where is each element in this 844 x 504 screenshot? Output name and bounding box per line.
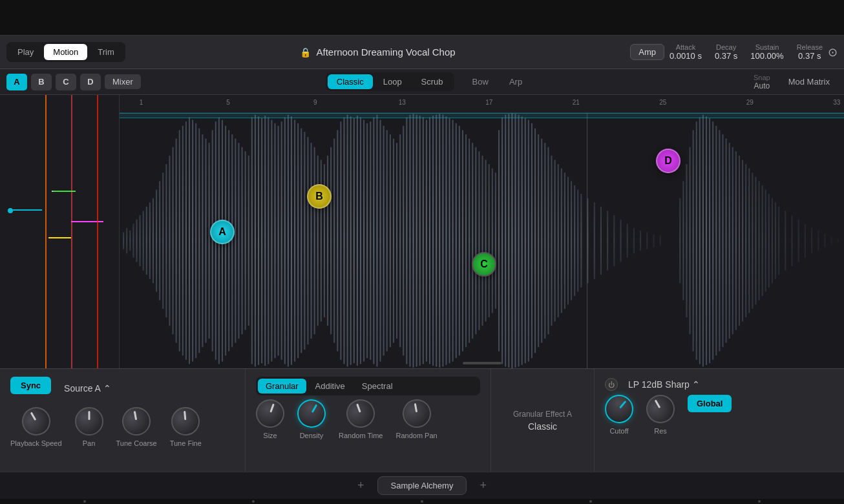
ruler-9: 9	[313, 99, 317, 106]
marker-c[interactable]: C	[472, 252, 496, 277]
svg-rect-129	[544, 143, 545, 339]
svg-rect-95	[432, 116, 434, 366]
zone-c-button[interactable]: C	[56, 74, 76, 90]
play-tab[interactable]: Play	[8, 44, 43, 60]
resize-handle-1[interactable]	[83, 500, 86, 503]
add-right-button[interactable]: +	[480, 479, 487, 492]
scrub-tab[interactable]: Scrub	[412, 74, 452, 89]
resize-handle-4[interactable]	[589, 500, 592, 503]
resize-handle-3[interactable]	[421, 500, 423, 503]
tune-coarse-label: Tune Coarse	[116, 439, 157, 447]
random-time-knob[interactable]	[343, 395, 379, 432]
svg-rect-183	[778, 207, 779, 275]
effect-section: Granular Effect A Classic	[491, 369, 595, 472]
svg-rect-36	[238, 143, 239, 339]
density-group: Density	[297, 399, 326, 439]
svg-rect-182	[775, 202, 776, 279]
svg-rect-172	[742, 160, 743, 321]
svg-rect-81	[386, 130, 388, 351]
svg-rect-71	[353, 118, 355, 363]
svg-rect-139	[577, 190, 578, 292]
mixer-button[interactable]: Mixer	[105, 74, 141, 89]
svg-rect-9	[149, 202, 151, 279]
snap-area[interactable]: Snap Auto	[754, 74, 770, 90]
svg-rect-84	[396, 143, 397, 339]
svg-rect-118	[508, 114, 509, 367]
svg-rect-42	[258, 116, 259, 364]
svg-rect-142	[594, 202, 595, 279]
svg-rect-83	[393, 139, 394, 343]
cutoff-knob[interactable]	[599, 389, 639, 429]
waveform-display[interactable]: A B C D	[120, 113, 844, 368]
add-left-button[interactable]: +	[357, 479, 364, 492]
loop-tab[interactable]: Loop	[374, 74, 411, 89]
svg-rect-131	[551, 156, 553, 326]
ruler-5: 5	[226, 99, 230, 106]
zone-a-button[interactable]: A	[6, 74, 27, 90]
additive-tab[interactable]: Additive	[308, 379, 353, 394]
trim-tab[interactable]: Trim	[89, 44, 123, 60]
svg-rect-94	[429, 118, 430, 364]
zone-b-button[interactable]: B	[31, 74, 52, 90]
res-knob[interactable]	[641, 390, 680, 428]
filter-power-button[interactable]: ⏻	[605, 378, 618, 391]
filter-type-selector[interactable]: LP 12dB Sharp ⌃	[623, 377, 705, 392]
motion-tab[interactable]: Motion	[44, 44, 87, 60]
classic-tab[interactable]: Classic	[328, 74, 373, 89]
svg-rect-8	[146, 207, 147, 275]
source-label: Source A	[64, 383, 101, 394]
arp-button[interactable]: Arp	[500, 74, 531, 89]
spectral-tab[interactable]: Spectral	[354, 379, 401, 394]
cyan-line	[13, 209, 42, 211]
svg-rect-104	[462, 130, 463, 351]
svg-rect-151	[653, 234, 654, 247]
svg-rect-90	[416, 115, 417, 367]
more-button[interactable]: ⊙	[828, 45, 838, 59]
source-knob-row: Playback Speed Pan Tune Coarse Tune Fine	[10, 407, 235, 447]
svg-rect-144	[607, 211, 608, 270]
density-knob[interactable]	[292, 394, 331, 433]
resize-handle-5[interactable]	[758, 500, 761, 503]
zone-d-button[interactable]: D	[80, 74, 101, 90]
svg-rect-167	[726, 139, 727, 343]
random-pan-knob[interactable]	[400, 397, 433, 430]
svg-rect-159	[699, 118, 701, 364]
svg-rect-165	[719, 130, 720, 351]
global-button[interactable]: Global	[688, 395, 732, 412]
sample-alchemy-tab[interactable]: Sample Alchemy	[377, 476, 467, 495]
filter-knob-row: Cutoff Res Global	[605, 395, 834, 435]
effect-mode: Classic	[528, 421, 557, 432]
svg-rect-58	[311, 143, 312, 339]
svg-rect-145	[613, 215, 615, 266]
marker-d[interactable]: D	[656, 149, 680, 173]
playback-speed-knob[interactable]	[17, 402, 56, 441]
marker-b[interactable]: B	[307, 184, 332, 209]
svg-rect-175	[752, 173, 753, 309]
tune-fine-knob[interactable]	[170, 406, 201, 437]
sync-button[interactable]: Sync	[10, 377, 51, 394]
svg-rect-49	[281, 121, 282, 360]
scroll-indicator[interactable]	[463, 362, 501, 364]
svg-rect-70	[350, 116, 352, 364]
size-knob[interactable]	[252, 395, 288, 432]
svg-rect-34	[231, 134, 233, 347]
pan-knob[interactable]	[75, 407, 103, 436]
amp-button[interactable]: Amp	[630, 44, 664, 60]
svg-rect-187	[805, 224, 806, 258]
source-selector[interactable]: Source A ⌃	[59, 381, 116, 396]
svg-rect-108	[475, 147, 476, 335]
resize-handle-2[interactable]	[252, 500, 255, 503]
bow-button[interactable]: Bow	[463, 74, 498, 89]
marker-a[interactable]: A	[210, 220, 235, 244]
granular-tab[interactable]: Granular	[258, 379, 306, 394]
svg-rect-162	[709, 118, 710, 363]
preset-name: Afternoon Dreaming Vocal Chop	[316, 47, 455, 58]
decay-value: 0.37 s	[715, 51, 737, 61]
svg-rect-161	[706, 116, 707, 364]
svg-rect-11	[156, 190, 157, 292]
tune-coarse-knob[interactable]	[120, 405, 153, 438]
svg-rect-149	[640, 231, 641, 251]
svg-rect-76	[370, 121, 371, 360]
svg-rect-135	[564, 173, 565, 309]
mod-matrix-button[interactable]: Mod Matrix	[781, 74, 838, 89]
